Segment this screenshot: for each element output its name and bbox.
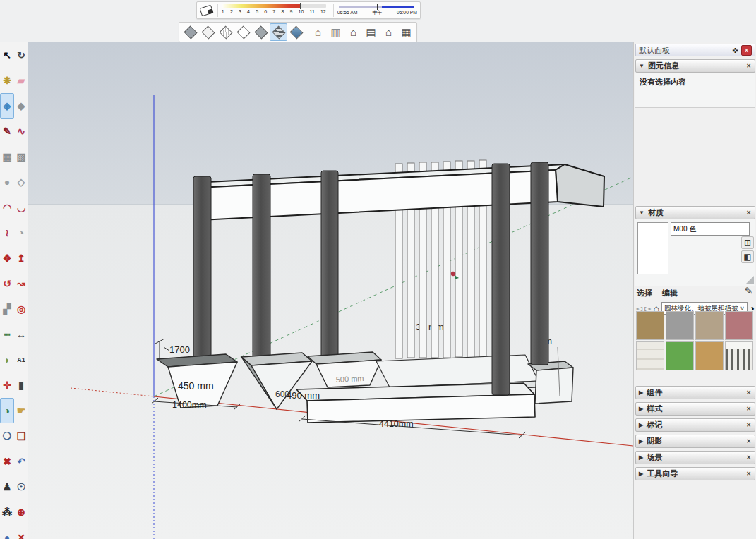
sphere-tool[interactable]: ● — [0, 525, 14, 539]
close-section-button[interactable]: ✕ — [745, 471, 752, 477]
close-entity-info-button[interactable]: ✕ — [745, 63, 752, 69]
entity-info-header[interactable]: ▼ 图元信息 ✕ — [635, 59, 755, 73]
xray-mode-icon[interactable] — [181, 23, 199, 41]
close-section-button[interactable]: ✕ — [745, 422, 752, 428]
left-view-icon[interactable]: ▦ — [397, 23, 415, 41]
material-swatch-rose-solid[interactable] — [725, 311, 753, 340]
eraser-tool[interactable]: ▰ — [14, 68, 28, 93]
walk-tool[interactable]: ⁂ — [0, 499, 14, 525]
position-camera-tool[interactable]: ♟ — [0, 474, 14, 499]
month-tick: 4 — [247, 8, 250, 16]
close-section-button[interactable]: ✕ — [745, 438, 752, 444]
eyedropper-icon[interactable]: ✐ — [743, 286, 754, 295]
tab-select[interactable]: 选择 — [637, 288, 652, 298]
cut-tool[interactable]: ✕ — [14, 525, 28, 539]
section-plane-tool[interactable]: ▮ — [14, 373, 28, 398]
hidden-line-mode-icon[interactable] — [234, 23, 252, 41]
panel-section-shadows[interactable]: ▶阴影✕ — [635, 435, 755, 448]
zoom-window-tool[interactable]: ❑ — [14, 423, 28, 449]
shadow-date-slider[interactable]: 123456789101112 — [220, 2, 331, 18]
paint-with-material-button[interactable]: ◧ — [741, 250, 754, 263]
pencil-line-tool[interactable]: ✎ — [0, 119, 14, 144]
front-view-icon[interactable]: ⌂ — [344, 23, 362, 41]
orbit-arc-tool[interactable]: ↻ — [14, 42, 28, 68]
scale-tool[interactable]: ▞ — [0, 296, 14, 322]
panel-section-scenes[interactable]: ▶场景✕ — [635, 451, 755, 464]
create-material-button[interactable]: ⊞ — [741, 236, 754, 249]
close-tray-button[interactable]: ✕ — [741, 45, 752, 56]
target-tool[interactable]: ⊕ — [14, 499, 28, 525]
close-materials-button[interactable]: ✕ — [745, 210, 752, 216]
follow-me-tool[interactable]: ↝ — [14, 271, 28, 296]
close-section-button[interactable]: ✕ — [745, 454, 752, 461]
curve-tool[interactable]: ≀ — [0, 220, 14, 246]
top-view-icon[interactable]: ▥ — [327, 23, 344, 41]
shadow-time-slider[interactable]: 06:55 AM 中午 05:00 PM — [336, 2, 419, 18]
tape-measure-tool[interactable]: ┉ — [0, 322, 14, 347]
material-swatch-pavers-white[interactable] — [636, 341, 664, 370]
two-point-arc-tool[interactable]: ◡ — [14, 195, 28, 220]
freehand-tool[interactable]: ∿ — [14, 119, 28, 144]
material-swatch-gravel-gray[interactable] — [666, 311, 694, 340]
pie-tool[interactable]: ◔ — [14, 220, 28, 246]
material-swatch-gravel-brown[interactable] — [636, 311, 664, 340]
paint-bucket-tool[interactable]: ❋ — [0, 68, 14, 93]
rotated-rectangle-tool[interactable]: ▨ — [14, 144, 28, 169]
close-section-button[interactable]: ✕ — [745, 406, 752, 412]
toggle-shadows-button[interactable] — [198, 2, 215, 18]
close-section-button[interactable]: ✕ — [745, 389, 752, 396]
rectangle-tool[interactable]: ▦ — [0, 144, 14, 169]
material-name-input[interactable] — [671, 222, 750, 236]
date-gradient-tail — [301, 4, 326, 8]
material-swatch-cobblestone[interactable] — [695, 311, 724, 340]
month-tick: 7 — [272, 8, 275, 16]
panel-section-styles[interactable]: ▶样式✕ — [635, 402, 755, 416]
tray-title-bar[interactable]: 默认面板 ✜ ✕ — [635, 44, 755, 56]
iso-view-icon[interactable]: ⌂ — [309, 23, 327, 41]
resize-grip[interactable] — [745, 276, 754, 284]
shaded-mode-icon[interactable] — [252, 23, 270, 41]
pan-tool[interactable]: ☛ — [14, 398, 28, 423]
monochrome-mode-icon[interactable] — [287, 23, 305, 41]
material-swatch-sand-tan[interactable] — [695, 341, 724, 370]
rotate-tool[interactable]: ↺ — [0, 271, 14, 296]
materials-header[interactable]: ▼ 材质 ✕ — [635, 206, 755, 219]
material-swatch-grass-green[interactable] — [666, 341, 694, 370]
offset-tool[interactable]: ◎ — [14, 296, 28, 322]
model-viewport[interactable]: 39 mm — [28, 42, 633, 539]
panel-section-instructor[interactable]: ▶工具向导✕ — [635, 467, 755, 480]
protractor-tool[interactable]: ◗ — [0, 347, 14, 373]
shaded-with-textures-mode-icon[interactable] — [270, 23, 287, 41]
tab-edit[interactable]: 编辑 — [662, 288, 678, 298]
select-tool[interactable]: ↖ — [0, 42, 14, 68]
push-pull-tool[interactable]: ↥ — [14, 246, 28, 271]
move-tool[interactable]: ✥ — [0, 246, 14, 271]
look-around-tool[interactable]: ☉ — [14, 474, 28, 499]
back-view-icon[interactable]: ⌂ — [380, 23, 397, 41]
column-4 — [492, 164, 510, 395]
arc-tool[interactable]: ◠ — [0, 195, 14, 220]
back-edges-icon[interactable] — [199, 23, 217, 41]
dim-label-500: 500 mm — [335, 374, 364, 384]
circle-tool[interactable]: ● — [0, 169, 14, 195]
panel-section-tags[interactable]: ▶标记✕ — [635, 418, 755, 432]
zoom-extents-tool[interactable]: ✖ — [0, 449, 14, 474]
time-start-label: 06:55 AM — [337, 9, 358, 16]
polygon-tool[interactable]: ◇ — [14, 169, 28, 195]
collapse-arrow-icon: ▶ — [639, 438, 643, 444]
orbit-tool[interactable]: ◑ — [0, 398, 14, 423]
material-preview — [637, 222, 668, 274]
pin-icon[interactable]: ✜ — [733, 47, 738, 54]
textured-box-tool[interactable]: ◈ — [0, 93, 14, 119]
text-tool[interactable]: A1 — [14, 347, 28, 373]
panel-section-components[interactable]: ▶组件✕ — [635, 386, 755, 399]
shadow-toolbar: 123456789101112 06:55 AM 中午 05:00 PM — [196, 1, 421, 19]
zoom-tool[interactable]: ❍ — [0, 423, 14, 449]
zoom-previous-tool[interactable]: ↶ — [14, 449, 28, 474]
right-view-icon[interactable]: ▤ — [362, 23, 380, 41]
dimension-tool[interactable]: ↔ — [14, 322, 28, 347]
axes-tool[interactable]: ✛ — [0, 373, 14, 398]
material-swatch-fence-white[interactable] — [725, 341, 753, 370]
push-pull-wedge-tool[interactable]: ◆ — [14, 93, 28, 119]
wireframe-mode-icon[interactable] — [217, 23, 234, 41]
